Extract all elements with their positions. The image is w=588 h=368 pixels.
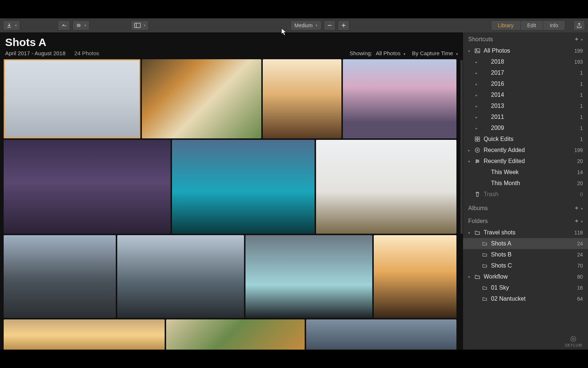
chevron-down-icon: ▾ — [144, 24, 146, 27]
filter-showing[interactable]: Showing: All Photos ▾ — [349, 50, 405, 56]
shortcuts-item[interactable]: ▸20171 — [463, 67, 588, 78]
add-album-button[interactable]: ＋▾ — [574, 204, 583, 212]
folders-item[interactable]: Shots B24 — [463, 249, 588, 260]
svg-rect-3 — [475, 137, 477, 139]
thumbnail-grid — [4, 59, 459, 350]
mode-tabs: Library Edit Info — [491, 20, 565, 31]
section-title: Folders — [468, 218, 488, 224]
folders-item[interactable]: ▾Workflow80 — [463, 271, 588, 282]
svg-point-12 — [573, 338, 574, 340]
svg-rect-4 — [478, 137, 480, 139]
tree-item-label: 2009 — [491, 125, 577, 131]
chevron-right-icon[interactable]: ▸ — [474, 60, 478, 64]
scrollbar[interactable] — [460, 60, 463, 234]
section-title: Albums — [468, 205, 488, 212]
chevron-right-icon[interactable]: ▸ — [474, 115, 478, 119]
folders-item[interactable]: ▾Travel shots118 — [463, 227, 588, 238]
sidebar-layout-icon — [134, 23, 141, 28]
thumbnail-waterfall-gorge[interactable] — [117, 235, 244, 318]
view-mode-list-button[interactable]: ▾ — [72, 20, 90, 31]
share-button[interactable] — [573, 20, 585, 31]
tab-label: Library — [498, 22, 514, 28]
import-button[interactable]: ▾ — [3, 20, 20, 31]
folders-item[interactable]: Shots C70 — [463, 260, 588, 271]
thumbnail-sunset-crowd-shadows[interactable] — [374, 235, 456, 318]
up-one-level-button[interactable] — [58, 20, 70, 31]
shortcuts-item[interactable]: This Week14 — [463, 167, 588, 178]
thumbnail-thermal-river[interactable] — [245, 235, 372, 318]
chevron-down-icon[interactable]: ▾ — [467, 275, 471, 279]
sort-dropdown[interactable]: By Capture Time ▾ — [412, 50, 458, 56]
thumbnail-image — [166, 319, 305, 350]
shortcuts-item[interactable]: Quick Edits1 — [463, 134, 588, 145]
tab-library[interactable]: Library — [491, 21, 521, 30]
folder-icon — [474, 274, 481, 280]
section-header-folders: Folders ＋▾ — [463, 214, 588, 227]
folders-item[interactable]: 02 Nantucket64 — [463, 293, 588, 304]
tab-info[interactable]: Info — [543, 21, 565, 30]
chevron-down-icon: ▾ — [15, 24, 17, 27]
thumbnail-stormy-sky[interactable] — [306, 319, 456, 350]
thumbnail-image — [306, 319, 456, 350]
chevron-down-icon[interactable]: ▾ — [467, 49, 471, 53]
thumbnail-golden-horizon[interactable] — [4, 319, 165, 350]
thumbnail-image — [4, 235, 116, 318]
thumbnail-misty-plain[interactable] — [316, 140, 456, 234]
tab-label: Info — [550, 22, 558, 28]
tree-item-count: 24 — [577, 241, 583, 247]
zoom-in-button[interactable] — [338, 20, 349, 31]
tree-item-count: 1 — [580, 136, 583, 142]
zoom-preset-dropdown[interactable]: Medium ▾ — [290, 20, 322, 31]
shortcuts-item[interactable]: ▸20141 — [463, 89, 588, 100]
folders-item[interactable]: 01 Sky16 — [463, 282, 588, 293]
chevron-right-icon[interactable]: ▸ — [474, 104, 478, 108]
trash-icon — [474, 191, 481, 197]
chevron-down-icon[interactable]: ▾ — [467, 231, 471, 235]
thumbnail-produce-market[interactable] — [166, 319, 305, 350]
tab-edit[interactable]: Edit — [521, 21, 543, 30]
chevron-right-icon[interactable]: ▸ — [474, 126, 478, 130]
shortcuts-item[interactable]: ▾All Photos199 — [463, 45, 588, 56]
tree-item-count: 14 — [577, 169, 583, 175]
panel-layout-button[interactable]: ▾ — [131, 20, 149, 31]
shortcuts-item[interactable]: ▸2018193 — [463, 56, 588, 67]
thumbnail-waterfall-cliffs[interactable] — [4, 235, 116, 318]
thumbnail-image — [316, 140, 456, 234]
shortcuts-item[interactable]: ▸20131 — [463, 100, 588, 112]
add-shortcut-button[interactable]: ＋▾ — [574, 35, 583, 43]
folders-item[interactable]: Shots A24 — [463, 238, 588, 249]
thumbnail-beach-sunset-silhouettes[interactable] — [263, 59, 341, 138]
shortcuts-item[interactable]: ▸20091 — [463, 123, 588, 134]
thumbnail-bird-silhouette[interactable] — [4, 59, 140, 138]
tree-item-label: 2014 — [491, 92, 577, 98]
chevron-right-icon[interactable]: ▸ — [467, 148, 471, 152]
add-folder-button[interactable]: ＋▾ — [574, 217, 583, 225]
shortcuts-item[interactable]: ▾Recently Edited20 — [463, 156, 588, 167]
zoom-out-button[interactable] — [324, 20, 336, 31]
folder-sm-icon — [481, 252, 488, 257]
svg-point-8 — [476, 160, 477, 161]
thumbnail-city-night-viewpoint[interactable] — [4, 140, 171, 234]
thumbnail-image — [4, 140, 171, 234]
thumbnail-picnic-food[interactable] — [142, 59, 261, 138]
tree-item-label: This Week — [491, 169, 574, 176]
shortcuts-item[interactable]: ▸Recently Added199 — [463, 145, 588, 156]
shortcuts-item[interactable]: Trash0 — [463, 189, 588, 200]
tree-item-count: 1 — [580, 92, 583, 98]
chevron-right-icon[interactable]: ▸ — [474, 71, 478, 75]
shortcuts-item[interactable]: ▸20111 — [463, 112, 588, 123]
tree-item-count: 118 — [574, 230, 583, 236]
tree-item-count: 1 — [580, 81, 583, 87]
tree-item-label: 2016 — [491, 81, 577, 87]
shortcuts-item[interactable]: ▸20161 — [463, 78, 588, 89]
chevron-down-icon[interactable]: ▾ — [467, 159, 471, 163]
thumbnail-city-skyline-dusk[interactable] — [343, 59, 456, 138]
chevron-down-icon: ▾ — [85, 24, 86, 27]
shortcuts-item[interactable]: This Month20 — [463, 178, 588, 189]
svg-rect-6 — [478, 139, 480, 141]
chevron-down-icon: ▾ — [404, 52, 405, 56]
chevron-right-icon[interactable]: ▸ — [474, 82, 478, 86]
main-content: Shots A April 2017 - August 2018 24 Phot… — [0, 32, 463, 350]
chevron-right-icon[interactable]: ▸ — [474, 93, 478, 97]
thumbnail-blue-lagoon-river[interactable] — [172, 140, 315, 234]
